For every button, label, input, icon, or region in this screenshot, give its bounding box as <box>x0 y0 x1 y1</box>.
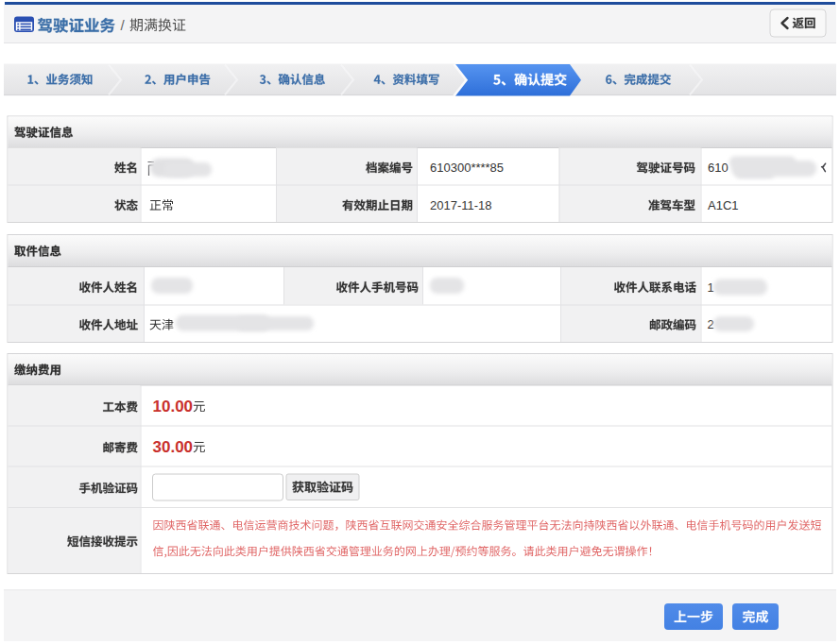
svg-text:610: 610 <box>708 161 729 175</box>
svg-text:2: 2 <box>708 317 714 331</box>
svg-text:A1C1: A1C1 <box>708 198 739 212</box>
svg-text:2017-11-18: 2017-11-18 <box>430 198 492 212</box>
svg-text:610300****85: 610300****85 <box>430 161 504 175</box>
svg-text:1: 1 <box>708 280 714 295</box>
svg-text:30.00: 30.00 <box>153 438 194 456</box>
svg-text:10.00: 10.00 <box>153 398 194 415</box>
